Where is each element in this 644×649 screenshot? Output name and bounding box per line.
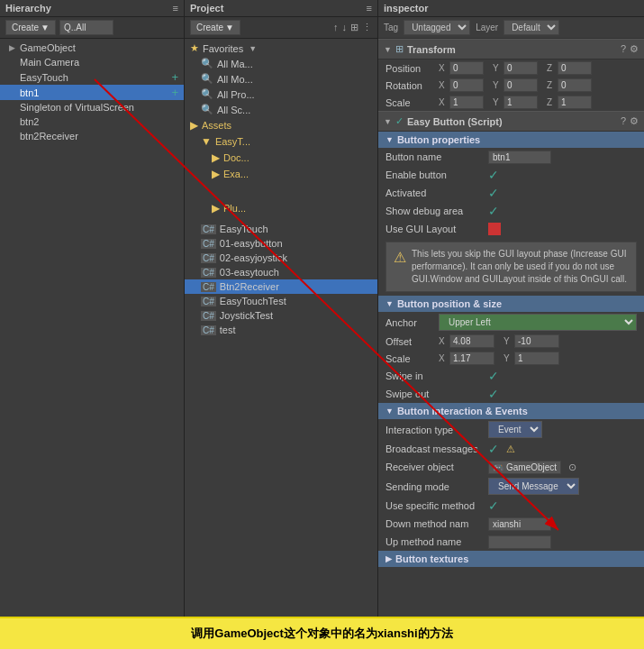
inspector-header: inspector <box>378 0 644 17</box>
settings-icon: ⚙ <box>630 43 639 55</box>
enable-button-row: Enable button ✓ <box>378 166 644 184</box>
project-item-label: Assets <box>202 120 231 131</box>
broadcast-warning-icon: ⚠ <box>506 443 515 455</box>
button-textures-section[interactable]: ▶ Button textures <box>378 551 644 567</box>
offset-y-input[interactable] <box>514 334 559 348</box>
activated-checkbox[interactable]: ✓ <box>488 186 499 200</box>
list-item[interactable]: EasyTouch + <box>0 69 184 85</box>
rotation-y-input[interactable] <box>503 78 538 92</box>
rotation-z-input[interactable] <box>558 78 592 92</box>
broadcast-checkbox[interactable]: ✓ <box>488 442 499 456</box>
project-header: Project ≡ <box>185 0 377 17</box>
button-position-label: Button position & size <box>397 298 502 309</box>
broadcast-row: Broadcast messages ✓ ⚠ <box>378 440 644 458</box>
transform-icon: ⊞ <box>395 43 404 55</box>
specific-method-checkbox[interactable]: ✓ <box>488 498 499 513</box>
transform-component-icons: ? ⚙ <box>621 43 639 55</box>
add-icon: + <box>171 71 178 83</box>
button-properties-section[interactable]: ▼ Button properties <box>378 132 644 148</box>
scale-x-input[interactable] <box>449 96 484 109</box>
position-x-input[interactable] <box>449 61 484 75</box>
list-item[interactable]: ▶ Assets <box>185 117 377 133</box>
anchor-dropdown[interactable]: Upper Left <box>439 314 637 331</box>
list-item[interactable]: ★ Favorites ▼ <box>185 41 377 56</box>
easy-button-checkbox[interactable]: ✓ <box>395 115 404 127</box>
show-debug-checkbox[interactable]: ✓ <box>488 204 499 218</box>
button-scale-x-input[interactable] <box>449 352 494 365</box>
button-scale-y-input[interactable] <box>514 352 559 365</box>
receiver-circle-icon[interactable]: ⊙ <box>568 462 576 473</box>
list-item[interactable]: C# EasyTouchTest <box>185 294 377 308</box>
up-method-input[interactable] <box>488 535 551 549</box>
offset-x-field: X <box>439 334 494 348</box>
position-z-input[interactable] <box>558 61 592 75</box>
folder-icon: ▶ <box>212 168 220 180</box>
list-item[interactable]: btn2 <box>0 114 184 129</box>
scale-z-input[interactable] <box>558 96 592 109</box>
list-item[interactable]: 🔍 All Ma... <box>185 56 377 71</box>
enable-button-checkbox[interactable]: ✓ <box>488 168 499 182</box>
layer-dropdown[interactable]: Default <box>503 20 559 35</box>
anchor-row: Anchor Upper Left <box>378 312 644 333</box>
list-item[interactable]: ▼ EasyT... <box>185 133 377 150</box>
list-item[interactable]: C# 02-easyjoystick <box>185 251 377 265</box>
interaction-dropdown[interactable]: Event <box>488 421 542 438</box>
list-item[interactable]: C# EasyTouch <box>185 222 377 236</box>
scale-z-field: Z <box>547 96 592 109</box>
scale-y-input[interactable] <box>503 96 538 109</box>
list-item[interactable]: 🔍 All Sc... <box>185 102 377 117</box>
sending-dropdown[interactable]: Send Message <box>488 478 579 495</box>
project-item-label: 02-easyjoystick <box>220 252 287 263</box>
use-gui-indicator <box>488 223 501 235</box>
hierarchy-expand-icon: ≡ <box>173 3 178 14</box>
button-textures-label: Button textures <box>395 553 468 564</box>
transform-component-header[interactable]: ▼ ⊞ Transform ? ⚙ <box>378 39 644 59</box>
list-item[interactable]: ▶ GameObject <box>0 41 184 55</box>
receiver-field: 🎮 GameObject <box>488 461 561 474</box>
project-create-button[interactable]: Create ▼ <box>190 20 240 35</box>
hierarchy-search-input[interactable] <box>59 20 113 35</box>
inspector-content: Tag Untagged Layer Default ▼ ⊞ Transform… <box>378 17 644 649</box>
rotation-x-input[interactable] <box>449 78 484 92</box>
project-icon3: ⊞ <box>350 22 358 33</box>
swipe-in-checkbox[interactable]: ✓ <box>488 369 499 383</box>
list-item[interactable]: btn1 + <box>0 85 184 100</box>
list-item[interactable]: Singleton of VirtualScreen <box>0 100 184 114</box>
tag-layer-row: Tag Untagged Layer Default <box>378 17 644 39</box>
settings-icon: ⚙ <box>630 115 639 127</box>
project-item-label: Btn2Receiver <box>220 281 279 292</box>
button-name-input[interactable] <box>488 151 551 164</box>
project-toolbar: Create ▼ ↑ ↓ ⊞ ⋮ <box>185 17 377 39</box>
down-method-input[interactable] <box>488 517 551 531</box>
project-item-label: Doc... <box>223 152 249 163</box>
list-item[interactable]: 🔍 All Pro... <box>185 87 377 102</box>
swipe-out-checkbox[interactable]: ✓ <box>488 387 499 401</box>
interaction-type-row: Interaction type Event <box>378 419 644 440</box>
list-item[interactable]: C# JoystickTest <box>185 308 377 323</box>
list-item[interactable]: C# 01-easybutton <box>185 236 377 251</box>
list-item[interactable]: Main Camera <box>0 55 184 69</box>
list-item[interactable]: ▶ Plu... <box>185 200 377 216</box>
button-position-section[interactable]: ▼ Button position & size <box>378 296 644 312</box>
hierarchy-create-button[interactable]: Create ▼ <box>5 20 56 35</box>
tag-dropdown[interactable]: Untagged <box>404 20 470 35</box>
info-icon: ? <box>621 115 626 127</box>
list-item[interactable]: ▶ Exa... <box>185 166 377 182</box>
offset-y-field: Y <box>503 334 559 348</box>
button-interaction-section[interactable]: ▼ Button Interaction & Events <box>378 403 644 419</box>
section-arrow-icon: ▶ <box>385 554 392 563</box>
position-y-input[interactable] <box>503 61 538 75</box>
inspector-title: inspector <box>384 3 429 14</box>
list-item[interactable]: btn2Receiver <box>0 129 184 143</box>
section-arrow-icon: ▼ <box>385 407 394 416</box>
list-item[interactable]: C# test <box>185 323 377 337</box>
create-dropdown-arrow: ▼ <box>225 23 234 32</box>
list-item[interactable]: ▶ Doc... <box>185 150 377 166</box>
offset-row: Offset X Y <box>378 333 644 350</box>
scale-row: Scale X Y Z <box>378 94 644 111</box>
offset-x-input[interactable] <box>449 334 494 348</box>
list-item[interactable]: C# 03-easytouch <box>185 265 377 279</box>
list-item[interactable]: C# Btn2Receiver <box>185 279 377 294</box>
list-item[interactable]: 🔍 All Mo... <box>185 71 377 87</box>
easy-button-component-header[interactable]: ▼ ✓ Easy Button (Script) ? ⚙ <box>378 111 644 132</box>
